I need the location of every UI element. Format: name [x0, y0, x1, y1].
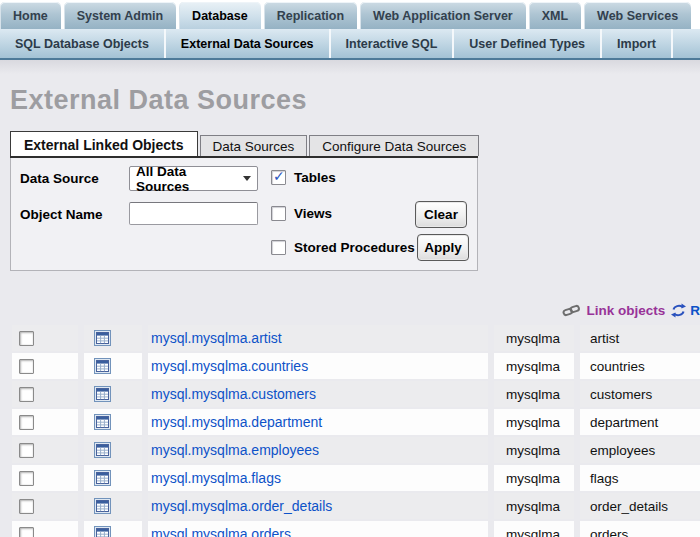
- sub-nav-bar: SQL Database Objects External Data Sourc…: [0, 29, 700, 60]
- top-nav-tab-label: Web Application Server: [373, 9, 513, 23]
- object-name-cell: orders: [580, 521, 700, 537]
- row-icon-cell: [84, 437, 142, 463]
- table-icon: [94, 526, 111, 537]
- schema-name: mysqlma: [506, 527, 560, 537]
- views-checkbox[interactable]: [271, 206, 286, 221]
- object-link-cell: mysql.mysqlma.customers: [148, 381, 488, 407]
- chain-link-icon: [562, 303, 581, 318]
- row-checkbox[interactable]: [19, 443, 34, 458]
- object-name: countries: [590, 359, 645, 374]
- object-link-cell: mysql.mysqlma.department: [148, 409, 488, 435]
- top-nav-tab[interactable]: Web Services: [584, 2, 691, 29]
- row-checkbox[interactable]: [19, 387, 34, 402]
- schema-cell: mysqlma: [494, 325, 574, 351]
- schema-name: mysqlma: [506, 471, 560, 486]
- top-nav-tab-label: Web Services: [597, 9, 678, 23]
- object-name-cell: artist: [580, 325, 700, 351]
- link-objects-link[interactable]: Link objects: [586, 303, 665, 318]
- row-checkbox[interactable]: [19, 527, 34, 537]
- object-name: order_details: [590, 499, 668, 514]
- top-nav-tab[interactable]: System Admin: [64, 2, 176, 29]
- object-name-input[interactable]: [129, 202, 258, 225]
- sub-nav-tab[interactable]: Interactive SQL: [331, 29, 455, 58]
- page-content: External Data Sources External Linked Ob…: [0, 60, 700, 537]
- top-nav-tab[interactable]: Replication: [264, 2, 357, 29]
- top-nav-tab[interactable]: XML: [529, 2, 581, 29]
- row-checkbox-cell: [12, 521, 78, 537]
- object-link[interactable]: mysql.mysqlma.artist: [151, 330, 282, 346]
- top-nav-tab[interactable]: Web Application Server: [360, 2, 526, 29]
- content-tab-label: Configure Data Sources: [322, 139, 466, 154]
- schema-cell: mysqlma: [494, 521, 574, 537]
- object-link[interactable]: mysql.mysqlma.flags: [151, 470, 281, 486]
- row-checkbox[interactable]: [19, 499, 34, 514]
- row-checkbox[interactable]: [19, 471, 34, 486]
- object-link-cell: mysql.mysqlma.artist: [148, 325, 488, 351]
- schema-cell: mysqlma: [494, 381, 574, 407]
- top-nav-tab-label: XML: [542, 9, 568, 23]
- object-name-cell: flags: [580, 465, 700, 491]
- row-checkbox[interactable]: [19, 359, 34, 374]
- row-icon-cell: [84, 381, 142, 407]
- object-name-label: Object Name: [20, 202, 103, 227]
- object-link[interactable]: mysql.mysqlma.order_details: [151, 498, 332, 514]
- views-checkbox-label: Views: [294, 201, 332, 226]
- table-icon: [94, 386, 111, 402]
- row-icon-cell: [84, 409, 142, 435]
- top-nav-tab[interactable]: Database: [179, 2, 261, 29]
- data-source-label: Data Source: [20, 166, 99, 191]
- refresh-icon[interactable]: [670, 303, 687, 318]
- object-name: artist: [590, 331, 619, 346]
- row-checkbox-cell: [12, 465, 78, 491]
- schema-cell: mysqlma: [494, 409, 574, 435]
- row-checkbox[interactable]: [19, 415, 34, 430]
- schema-name: mysqlma: [506, 359, 560, 374]
- content-tab-label: External Linked Objects: [24, 137, 184, 153]
- object-link-cell: mysql.mysqlma.flags: [148, 465, 488, 491]
- refresh-link-partial[interactable]: R: [690, 303, 700, 318]
- object-link[interactable]: mysql.mysqlma.employees: [151, 442, 319, 458]
- stored-procedures-checkbox[interactable]: [271, 240, 286, 255]
- object-link[interactable]: mysql.mysqlma.countries: [151, 358, 308, 374]
- content-tab[interactable]: Data Sources: [200, 135, 308, 156]
- clear-button[interactable]: Clear: [415, 201, 467, 228]
- sub-nav-tab[interactable]: SQL Database Objects: [0, 29, 166, 58]
- object-name: department: [590, 415, 658, 430]
- row-icon-cell: [84, 493, 142, 519]
- content-tab[interactable]: External Linked Objects: [10, 131, 198, 156]
- top-nav-bar: Home System Admin Database Replication W…: [0, 0, 700, 29]
- object-name-cell: countries: [580, 353, 700, 379]
- data-source-select[interactable]: All Data Sources: [129, 166, 258, 191]
- object-link[interactable]: mysql.mysqlma.orders: [151, 526, 291, 537]
- apply-button[interactable]: Apply: [417, 234, 469, 261]
- schema-name: mysqlma: [506, 415, 560, 430]
- sub-nav-tab[interactable]: Import: [602, 29, 673, 58]
- top-nav-tab[interactable]: Home: [0, 2, 61, 29]
- sub-nav-tab[interactable]: User Defined Types: [454, 29, 602, 58]
- sub-nav-tab[interactable]: External Data Sources: [166, 29, 331, 58]
- row-icon-cell: [84, 325, 142, 351]
- tables-checkbox[interactable]: [271, 170, 286, 185]
- object-name-cell: employees: [580, 437, 700, 463]
- object-name: orders: [590, 527, 628, 537]
- object-link-cell: mysql.mysqlma.countries: [148, 353, 488, 379]
- object-name-cell: customers: [580, 381, 700, 407]
- object-link-cell: mysql.mysqlma.employees: [148, 437, 488, 463]
- row-checkbox[interactable]: [19, 331, 34, 346]
- top-nav-tab-label: Database: [192, 9, 248, 23]
- schema-name: mysqlma: [506, 387, 560, 402]
- schema-cell: mysqlma: [494, 493, 574, 519]
- row-icon-cell: [84, 465, 142, 491]
- sub-nav-tab-label: External Data Sources: [181, 37, 314, 51]
- top-nav-tab-label: Home: [13, 9, 48, 23]
- object-link[interactable]: mysql.mysqlma.customers: [151, 386, 316, 402]
- schema-name: mysqlma: [506, 443, 560, 458]
- row-checkbox-cell: [12, 437, 78, 463]
- schema-cell: mysqlma: [494, 437, 574, 463]
- content-tab[interactable]: Configure Data Sources: [309, 135, 479, 156]
- table-icon: [94, 414, 111, 430]
- object-link[interactable]: mysql.mysqlma.department: [151, 414, 322, 430]
- data-source-selected-value: All Data Sources: [136, 164, 243, 194]
- actions-toolbar: Link objects R: [0, 299, 700, 321]
- row-checkbox-cell: [12, 493, 78, 519]
